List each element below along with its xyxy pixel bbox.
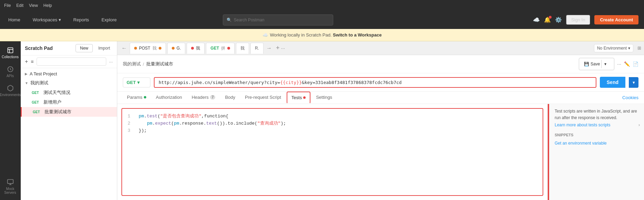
code-content: pm.expect(pm.response.text()).to.include… <box>139 120 286 127</box>
send-button[interactable]: Send <box>600 77 625 88</box>
tab-pre-request-label: Pre-request Script <box>245 95 281 100</box>
banner-text: Working locally in Scratch Pad. <box>270 32 332 38</box>
header-actions: ☁️ 🔔 ⚙️ Sign In Create Account <box>533 15 638 25</box>
method-select[interactable]: GET ▾ <box>123 77 150 87</box>
method-badge: GET <box>32 91 41 95</box>
nav-home[interactable]: Home <box>6 16 23 24</box>
search-input[interactable] <box>234 18 329 22</box>
sign-in-button[interactable]: Sign In <box>566 15 590 25</box>
tab-params-label: Params <box>127 95 142 100</box>
breadcrumb-more-button[interactable]: ··· <box>617 61 621 67</box>
nav-reports[interactable]: Reports <box>71 16 92 24</box>
tab-label: G. <box>177 46 181 51</box>
search-icon: 🔍 <box>227 18 232 22</box>
cookies-link[interactable]: Cookies <box>622 95 638 100</box>
tab-g-dot[interactable]: G. <box>167 43 186 54</box>
save-dropdown-button[interactable]: ▾ <box>601 60 609 68</box>
code-content: pm.test("是否包含查询成功",function{ <box>139 113 228 120</box>
sidebar-icons: Collections APIs Environments Mock Serve… <box>0 41 21 200</box>
tab-wo-2[interactable]: 我 <box>236 43 249 54</box>
sidebar-item-environments[interactable]: Environments <box>0 82 20 99</box>
tab-forward-button[interactable]: → <box>265 44 273 53</box>
red-border-bar <box>548 104 549 200</box>
sidebar-toggle-icon[interactable]: ⊞ <box>637 45 641 51</box>
sidebar-item-apis[interactable]: APIs <box>0 63 20 81</box>
nav-explore[interactable]: Explore <box>99 16 119 24</box>
tab-suffix: 拼 <box>221 45 225 51</box>
settings-icon[interactable]: ⚙️ <box>555 17 562 23</box>
tab-pre-request[interactable]: Pre-request Script <box>241 92 285 103</box>
expand-arrow-icon[interactable]: › <box>638 123 640 127</box>
edit-icon-button[interactable]: ✏️ <box>624 61 630 67</box>
tab-settings[interactable]: Settings <box>312 92 336 103</box>
tree-item-batch-test[interactable]: GET 批量测试城市 <box>21 107 117 117</box>
collections-toolbar: + ≡ ··· <box>21 55 117 68</box>
code-line-3: 3 }); <box>128 127 537 135</box>
tab-label: POST <box>139 46 150 51</box>
code-text: text <box>206 121 217 126</box>
tree-item-label: 测试天气情况 <box>43 90 70 96</box>
add-collection-icon[interactable]: + <box>25 59 28 65</box>
learn-more-link[interactable]: Learn more about tests scripts <box>555 123 610 127</box>
tab-post-g[interactable]: POST 我 <box>130 43 166 54</box>
env-label: No Environment <box>597 46 627 51</box>
code-pm: pm <box>139 114 144 119</box>
chevron-down-icon: ▾ <box>628 46 630 51</box>
method-label: GET <box>127 80 136 85</box>
import-button[interactable]: Import <box>96 44 113 52</box>
tab-dot <box>191 47 194 50</box>
tree-arrow-icon: ▶ <box>25 72 28 76</box>
snippets-title: SNIPPETS <box>555 133 640 137</box>
tab-params[interactable]: Params <box>123 92 150 103</box>
tab-back-button[interactable]: ← <box>120 44 128 53</box>
sidebar-item-mock-servers[interactable]: Mock Servers <box>0 176 20 197</box>
tab-authorization[interactable]: Authorization <box>152 92 186 103</box>
environment-selector[interactable]: No Environment ▾ <box>594 44 633 52</box>
code-pm2: pm <box>147 121 152 126</box>
url-input-wrap[interactable]: http://apis.juhe.cn/simpleWeather/query?… <box>154 77 596 88</box>
tab-r-dot[interactable]: R. <box>250 43 264 54</box>
new-button[interactable]: New <box>76 44 93 52</box>
svg-rect-4 <box>7 180 13 184</box>
save-icon: 💾 <box>584 62 589 66</box>
save-button[interactable]: 💾 Save ▾ <box>579 58 614 70</box>
collections-more-icon[interactable]: ··· <box>109 59 113 64</box>
send-dropdown-button[interactable]: ▾ <box>629 77 638 88</box>
menu-edit[interactable]: Edit <box>16 3 23 8</box>
tab-body[interactable]: Body <box>221 92 239 103</box>
collection-search-input[interactable] <box>37 57 107 66</box>
menu-view[interactable]: View <box>29 3 38 8</box>
code-editor[interactable]: 1 pm.test("是否包含查询成功",function{ 2 pm.expe… <box>121 108 543 196</box>
banner-link[interactable]: Switch to a Workspace <box>333 32 382 38</box>
breadcrumb-path: 我的测试 / 批量测试城市 <box>123 61 173 67</box>
sidebar-item-collections[interactable]: Collections <box>0 44 20 62</box>
tab-authorization-label: Authorization <box>156 95 182 100</box>
filter-icon[interactable]: ≡ <box>31 59 33 64</box>
tree-item-label: 批量测试城市 <box>44 109 71 115</box>
tree-item-weather[interactable]: GET 测试天气情况 <box>21 88 117 97</box>
breadcrumb-parent[interactable]: 我的测试 <box>123 61 141 67</box>
nav-workspaces[interactable]: Workspaces ▾ <box>30 16 64 24</box>
code-content: }); <box>139 127 147 135</box>
tab-get-batch[interactable]: GET 拼 <box>206 43 235 54</box>
tree-item-a-test-project[interactable]: ▶ A Test Project <box>21 70 117 78</box>
right-panel-description: Test scripts are written in JavaScript, … <box>555 108 640 121</box>
header: Home Workspaces ▾ Reports Explore 🔍 ☁️ 🔔… <box>0 11 644 29</box>
content-area: 1 pm.test("是否包含查询成功",function{ 2 pm.expe… <box>117 104 644 200</box>
tab-wo-1[interactable]: 我 <box>187 43 205 54</box>
tab-add-button[interactable]: + <box>276 44 280 52</box>
tree-item-my-test[interactable]: ▼ 我的测试 <box>21 78 117 88</box>
tab-tests[interactable]: Tests <box>287 92 310 104</box>
cloud-icon[interactable]: ☁️ <box>533 17 540 23</box>
tree-item-label: 我的测试 <box>30 80 48 86</box>
menu-file[interactable]: File <box>4 3 11 8</box>
menu-help[interactable]: Help <box>43 3 52 8</box>
sidebar-environments-label: Environments <box>0 93 21 97</box>
tree-item-new-user[interactable]: GET 新增用户 <box>21 97 117 107</box>
tab-more-button[interactable]: ··· <box>281 45 285 51</box>
create-account-button[interactable]: Create Account <box>594 15 638 24</box>
tab-headers[interactable]: Headers 7 <box>188 92 220 103</box>
notification-icon[interactable]: 🔔 <box>544 17 551 23</box>
snippet-item-env-var[interactable]: Get an environment variable <box>555 140 640 147</box>
doc-icon-button[interactable]: 📄 <box>633 61 638 67</box>
